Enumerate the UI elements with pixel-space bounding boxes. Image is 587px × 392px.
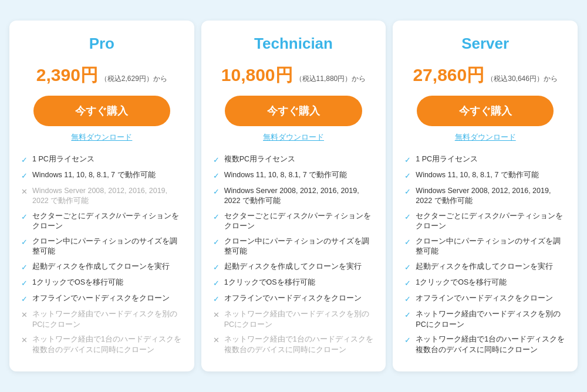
feature-item-pro-1: ✓Windows 11, 10, 8, 8.1, 7 で動作可能 bbox=[21, 170, 183, 181]
features-list-server: ✓1 PC用ライセンス✓Windows 11, 10, 8, 8.1, 7 で動… bbox=[404, 154, 566, 356]
feature-text-pro-8: ネットワーク経由でハードディスクを別のPCにクローン bbox=[32, 309, 183, 330]
feature-item-pro-4: ✓クローン中にパーティションのサイズを調整可能 bbox=[21, 236, 183, 257]
feature-text-pro-2: Windows Server 2008, 2012, 2016, 2019, 2… bbox=[32, 186, 183, 207]
feature-text-pro-9: ネットワーク経由で1台のハードディスクを複数台のデバイスに同時にクローン bbox=[32, 334, 183, 355]
feature-text-pro-3: セクターごとにディスク/パーティションをクローン bbox=[32, 211, 183, 232]
free-download-server[interactable]: 無料ダウンロード bbox=[455, 132, 516, 143]
check-icon: ✓ bbox=[404, 171, 411, 181]
feature-text-server-6: 1クリックでOSを移行可能 bbox=[416, 278, 507, 288]
feature-text-technician-3: セクターごとにディスク/パーティションをクローン bbox=[224, 211, 375, 232]
price-main-pro: 2,390円 bbox=[36, 63, 98, 87]
check-icon: ✓ bbox=[404, 310, 411, 320]
check-icon: ✓ bbox=[404, 237, 411, 248]
free-download-pro[interactable]: 無料ダウンロード bbox=[71, 132, 132, 143]
feature-item-server-3: ✓セクターごとにディスク/パーティションをクローン bbox=[404, 211, 566, 232]
check-icon: ✓ bbox=[21, 155, 28, 165]
feature-text-server-3: セクターごとにディスク/パーティションをクローン bbox=[416, 211, 566, 232]
cross-icon: ✕ bbox=[213, 310, 220, 320]
price-row-technician: 10,800円（税込11,880円）から bbox=[221, 63, 366, 87]
feature-text-pro-5: 起動ディスクを作成してクローンを実行 bbox=[32, 262, 170, 272]
feature-text-technician-5: 起動ディスクを作成してクローンを実行 bbox=[224, 262, 362, 272]
check-icon: ✓ bbox=[21, 294, 28, 305]
feature-item-server-2: ✓Windows Server 2008, 2012, 2016, 2019, … bbox=[404, 186, 566, 207]
feature-item-technician-8: ✕ネットワーク経由でハードディスクを別のPCにクローン bbox=[213, 309, 375, 330]
price-sub-server: （税込30,646円）から bbox=[487, 74, 558, 84]
feature-text-server-0: 1 PC用ライセンス bbox=[416, 154, 478, 165]
feature-item-technician-1: ✓Windows 11, 10, 8, 8.1, 7 で動作可能 bbox=[213, 170, 375, 181]
feature-text-server-2: Windows Server 2008, 2012, 2016, 2019, 2… bbox=[416, 186, 566, 207]
feature-item-server-8: ✓ネットワーク経由でハードディスクを別のPCにクローン bbox=[404, 309, 566, 330]
feature-item-technician-6: ✓1クリックでOSを移行可能 bbox=[213, 278, 375, 289]
check-icon: ✓ bbox=[213, 212, 220, 222]
card-title-pro: Pro bbox=[89, 35, 114, 53]
features-list-pro: ✓1 PC用ライセンス✓Windows 11, 10, 8, 8.1, 7 で動… bbox=[21, 154, 183, 356]
price-main-technician: 10,800円 bbox=[221, 63, 293, 87]
card-title-technician: Technician bbox=[254, 35, 333, 53]
price-row-pro: 2,390円（税込2,629円）から bbox=[36, 63, 167, 87]
cross-icon: ✕ bbox=[21, 187, 28, 197]
feature-text-server-8: ネットワーク経由でハードディスクを別のPCにクローン bbox=[416, 309, 566, 330]
feature-item-technician-5: ✓起動ディスクを作成してクローンを実行 bbox=[213, 262, 375, 273]
check-icon: ✓ bbox=[404, 294, 411, 305]
feature-item-server-9: ✓ネットワーク経由で1台のハードディスクを複数台のデバイスに同時にクローン bbox=[404, 334, 566, 355]
feature-text-pro-7: オフラインでハードディスクをクローン bbox=[32, 293, 170, 304]
check-icon: ✓ bbox=[404, 262, 411, 273]
feature-item-pro-2: ✕Windows Server 2008, 2012, 2016, 2019, … bbox=[21, 186, 183, 207]
buy-button-technician[interactable]: 今すぐ購入 bbox=[225, 96, 362, 126]
pricing-card-pro: Pro2,390円（税込2,629円）から今すぐ購入無料ダウンロード✓1 PC用… bbox=[9, 21, 194, 372]
check-icon: ✓ bbox=[213, 294, 220, 305]
feature-item-pro-6: ✓1クリックでOSを移行可能 bbox=[21, 278, 183, 289]
feature-text-server-1: Windows 11, 10, 8, 8.1, 7 で動作可能 bbox=[416, 170, 539, 181]
feature-item-technician-7: ✓オフラインでハードディスクをクローン bbox=[213, 293, 375, 305]
price-main-server: 27,860円 bbox=[413, 63, 484, 87]
feature-text-server-5: 起動ディスクを作成してクローンを実行 bbox=[416, 262, 553, 272]
feature-text-pro-0: 1 PC用ライセンス bbox=[32, 154, 95, 165]
card-title-server: Server bbox=[461, 35, 509, 53]
feature-text-pro-6: 1クリックでOSを移行可能 bbox=[32, 278, 123, 288]
check-icon: ✓ bbox=[404, 155, 411, 165]
feature-text-technician-7: オフラインでハードディスクをクローン bbox=[224, 293, 362, 304]
feature-text-technician-2: Windows Server 2008, 2012, 2016, 2019, 2… bbox=[224, 186, 375, 207]
feature-item-server-6: ✓1クリックでOSを移行可能 bbox=[404, 278, 566, 289]
pricing-card-server: Server27,860円（税込30,646円）から今すぐ購入無料ダウンロード✓… bbox=[393, 21, 578, 372]
feature-item-pro-9: ✕ネットワーク経由で1台のハードディスクを複数台のデバイスに同時にクローン bbox=[21, 334, 183, 355]
cross-icon: ✕ bbox=[213, 335, 220, 346]
cross-icon: ✕ bbox=[21, 310, 28, 320]
feature-text-technician-1: Windows 11, 10, 8, 8.1, 7 で動作可能 bbox=[224, 170, 348, 181]
buy-button-pro[interactable]: 今すぐ購入 bbox=[33, 96, 170, 126]
check-icon: ✓ bbox=[404, 278, 411, 289]
feature-text-technician-9: ネットワーク経由で1台のハードディスクを複数台のデバイスに同時にクローン bbox=[224, 334, 375, 355]
feature-text-technician-4: クローン中にパーティションのサイズを調整可能 bbox=[224, 236, 375, 257]
free-download-technician[interactable]: 無料ダウンロード bbox=[263, 132, 324, 143]
feature-item-technician-4: ✓クローン中にパーティションのサイズを調整可能 bbox=[213, 236, 375, 257]
buy-button-server[interactable]: 今すぐ購入 bbox=[417, 96, 554, 126]
check-icon: ✓ bbox=[213, 171, 220, 181]
feature-text-pro-1: Windows 11, 10, 8, 8.1, 7 で動作可能 bbox=[32, 170, 156, 181]
feature-item-server-5: ✓起動ディスクを作成してクローンを実行 bbox=[404, 262, 566, 273]
pricing-container: Pro2,390円（税込2,629円）から今すぐ購入無料ダウンロード✓1 PC用… bbox=[9, 21, 578, 372]
price-row-server: 27,860円（税込30,646円）から bbox=[413, 63, 557, 87]
feature-text-pro-4: クローン中にパーティションのサイズを調整可能 bbox=[32, 236, 183, 257]
feature-item-technician-2: ✓Windows Server 2008, 2012, 2016, 2019, … bbox=[213, 186, 375, 207]
feature-item-pro-5: ✓起動ディスクを作成してクローンを実行 bbox=[21, 262, 183, 273]
feature-text-technician-0: 複数PC用ライセンス bbox=[224, 154, 295, 165]
feature-text-technician-6: 1クリックでOSを移行可能 bbox=[224, 278, 315, 288]
feature-item-pro-7: ✓オフラインでハードディスクをクローン bbox=[21, 293, 183, 305]
feature-text-server-9: ネットワーク経由で1台のハードディスクを複数台のデバイスに同時にクローン bbox=[416, 334, 566, 355]
cross-icon: ✕ bbox=[21, 335, 28, 346]
feature-text-server-7: オフラインでハードディスクをクローン bbox=[416, 293, 553, 304]
check-icon: ✓ bbox=[213, 278, 220, 289]
feature-item-pro-3: ✓セクターごとにディスク/パーティションをクローン bbox=[21, 211, 183, 232]
price-sub-pro: （税込2,629円）から bbox=[100, 74, 167, 84]
feature-item-technician-0: ✓複数PC用ライセンス bbox=[213, 154, 375, 165]
check-icon: ✓ bbox=[404, 335, 411, 346]
feature-text-technician-8: ネットワーク経由でハードディスクを別のPCにクローン bbox=[224, 309, 375, 330]
feature-item-technician-3: ✓セクターごとにディスク/パーティションをクローン bbox=[213, 211, 375, 232]
check-icon: ✓ bbox=[21, 212, 28, 222]
check-icon: ✓ bbox=[21, 262, 28, 273]
feature-text-server-4: クローン中にパーティションのサイズを調整可能 bbox=[416, 236, 566, 257]
pricing-card-technician: Technician10,800円（税込11,880円）から今すぐ購入無料ダウン… bbox=[201, 21, 386, 372]
features-list-technician: ✓複数PC用ライセンス✓Windows 11, 10, 8, 8.1, 7 で動… bbox=[213, 154, 375, 356]
check-icon: ✓ bbox=[404, 187, 411, 197]
check-icon: ✓ bbox=[213, 187, 220, 197]
